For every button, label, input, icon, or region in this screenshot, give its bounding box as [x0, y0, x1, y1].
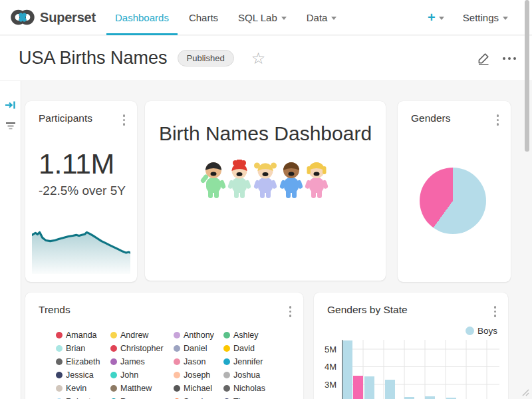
- legend-dot: [56, 385, 63, 392]
- legend-item[interactable]: John: [110, 368, 174, 382]
- legend-dot: [223, 385, 230, 392]
- legend-item[interactable]: David: [223, 342, 283, 355]
- scrollbar-thumb[interactable]: [525, 0, 529, 152]
- legend-item[interactable]: Elizabeth: [56, 355, 110, 368]
- chart-title: Genders by State: [327, 304, 408, 316]
- more-horizontal-icon: [503, 57, 516, 60]
- bar[interactable]: [404, 397, 414, 399]
- bar-chart-area[interactable]: [342, 340, 499, 399]
- trends-card: Trends AmandaAndrewAnthonyAshleyBrianChr…: [25, 293, 303, 399]
- legend-label: Elizabeth: [66, 357, 100, 366]
- legend-dot: [56, 372, 63, 378]
- legend-label: Jessica: [66, 370, 94, 380]
- legend-label: Ryan: [120, 397, 140, 399]
- more-actions-button[interactable]: [503, 57, 516, 60]
- infinity-icon: [9, 9, 36, 26]
- legend-dot: [223, 372, 230, 378]
- caret-down-icon: [331, 17, 336, 20]
- resize-handle[interactable]: [520, 387, 530, 399]
- legend-item[interactable]: Jennifer: [223, 355, 283, 368]
- legend-item[interactable]: Robert: [56, 395, 110, 399]
- legend-label: John: [120, 370, 138, 380]
- legend-item[interactable]: Jessica: [56, 368, 110, 382]
- legend-label: Joseph: [184, 370, 210, 380]
- plus-icon: +: [428, 11, 436, 24]
- legend-label: Jason: [184, 357, 205, 366]
- legend-item[interactable]: Ashley: [223, 329, 283, 342]
- new-item-button[interactable]: +: [421, 11, 451, 24]
- pie-chart[interactable]: [420, 168, 486, 234]
- legend-item[interactable]: Joshua: [223, 368, 283, 382]
- legend-dot: [223, 358, 230, 365]
- legend-item[interactable]: Joseph: [174, 368, 223, 382]
- nav-right: + Settings: [421, 11, 532, 24]
- more-options-button[interactable]: [493, 112, 503, 128]
- favorite-star-button[interactable]: ☆: [251, 51, 266, 66]
- legend-label: Daniel: [184, 344, 207, 353]
- more-options-button[interactable]: [285, 304, 296, 319]
- legend-item[interactable]: Kevin: [56, 382, 110, 395]
- legend-label: Nicholas: [233, 384, 265, 393]
- more-options-button[interactable]: [119, 112, 130, 128]
- legend-item[interactable]: Ryan: [110, 395, 174, 399]
- legend-item[interactable]: Amanda: [56, 329, 110, 342]
- resize-grip-icon: [520, 387, 530, 397]
- y-axis-tick: 3M: [318, 380, 336, 390]
- legend-item[interactable]: Brian: [56, 342, 110, 355]
- legend-label: Boys: [477, 326, 497, 336]
- superset-logo[interactable]: Superset: [9, 9, 96, 26]
- legend-dot: [174, 372, 180, 378]
- trends-legend: AmandaAndrewAnthonyAshleyBrianChristophe…: [56, 329, 303, 399]
- legend-dot: [466, 327, 474, 335]
- legend-item[interactable]: Nicholas: [223, 382, 283, 395]
- legend-dot: [174, 345, 180, 352]
- chart-title: Trends: [39, 304, 70, 316]
- legend-item[interactable]: Matthew: [110, 382, 174, 395]
- bar[interactable]: [353, 376, 363, 399]
- legend-item[interactable]: Christopher: [110, 342, 174, 355]
- participants-card: Participants 1.11M -22.5% over 5Y: [25, 101, 137, 282]
- legend-label: Joshua: [233, 370, 260, 380]
- bar[interactable]: [364, 376, 374, 399]
- legend-item-boys[interactable]: Boys: [466, 326, 497, 336]
- legend-label: Michael: [184, 384, 212, 393]
- nav-item-sql-lab[interactable]: SQL Lab: [228, 0, 297, 35]
- nav-item-charts[interactable]: Charts: [179, 0, 228, 35]
- genders-by-state-card: Genders by State Boys 5M 4M 3M: [314, 293, 508, 399]
- legend-item[interactable]: James: [110, 355, 174, 368]
- bar[interactable]: [385, 380, 395, 399]
- nav-item-data[interactable]: Data: [297, 0, 347, 35]
- big-number-value: 1.11M: [39, 148, 137, 180]
- top-nav: Superset Dashboards Charts SQL Lab Data …: [0, 0, 532, 35]
- bar[interactable]: [342, 340, 352, 399]
- legend-dot: [56, 345, 63, 352]
- legend-label: David: [233, 344, 255, 353]
- nav-item-dashboards[interactable]: Dashboards: [105, 0, 179, 35]
- legend-item[interactable]: Jason: [174, 355, 223, 368]
- more-options-button[interactable]: [490, 304, 501, 319]
- legend-item[interactable]: Sarah: [174, 395, 223, 399]
- legend-label: Brian: [66, 344, 85, 353]
- legend-dot: [110, 385, 117, 392]
- edit-dashboard-button[interactable]: [477, 51, 491, 65]
- legend-dot: [110, 358, 117, 365]
- legend-dot: [223, 345, 230, 352]
- published-badge[interactable]: Published: [178, 50, 234, 66]
- filter-bar-collapsed: [0, 81, 21, 399]
- legend-item[interactable]: Michael: [174, 382, 223, 395]
- genders-card: Genders: [398, 101, 511, 282]
- legend-item[interactable]: Anthony: [174, 329, 223, 342]
- legend-item[interactable]: Andrew: [110, 329, 174, 342]
- sparkline-chart: [32, 226, 130, 274]
- pencil-icon: [477, 51, 491, 65]
- settings-menu[interactable]: Settings: [458, 12, 513, 23]
- legend-item[interactable]: Daniel: [174, 342, 223, 355]
- legend-item[interactable]: Thomas: [223, 395, 283, 399]
- filter-button[interactable]: [5, 122, 16, 134]
- legend-label: Kevin: [66, 384, 86, 393]
- header-actions: [477, 51, 532, 65]
- expand-filter-bar-button[interactable]: [5, 100, 16, 113]
- arrow-right-bar-icon: [5, 100, 16, 110]
- legend-label: Andrew: [120, 331, 148, 340]
- bar[interactable]: [425, 396, 435, 399]
